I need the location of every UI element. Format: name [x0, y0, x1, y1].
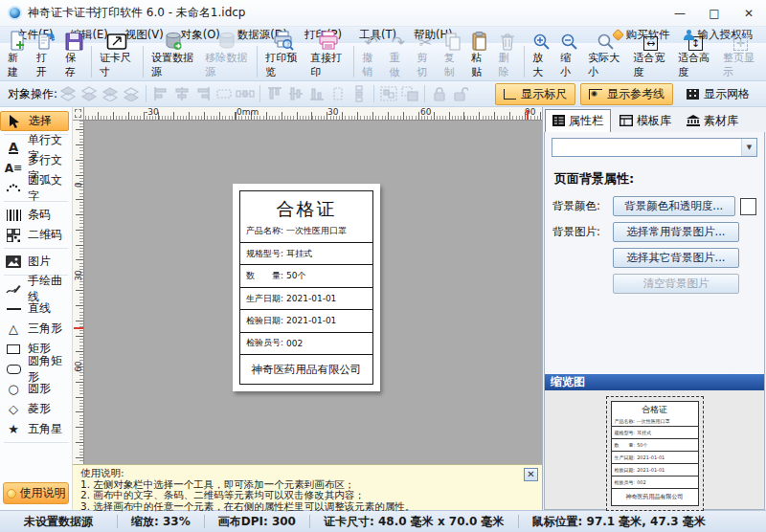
- card-size-button[interactable]: 证卡尺寸: [95, 44, 140, 80]
- direct-print-button[interactable]: 直接打印: [305, 44, 350, 80]
- mouse-y-indicator: [74, 327, 83, 329]
- fit-height-button[interactable]: ↕ 适合高度: [673, 44, 718, 80]
- tool-freehand-curve[interactable]: 手绘曲线: [0, 278, 72, 299]
- align-top-icon: [265, 85, 284, 102]
- trash-icon: [500, 33, 515, 51]
- circle-icon: ○: [4, 382, 23, 396]
- paste-button[interactable]: 粘贴: [466, 44, 493, 80]
- object-selector-dropdown[interactable]: ▼: [552, 138, 757, 157]
- zoom-in-button[interactable]: 放大: [528, 44, 555, 80]
- card-title[interactable]: 合格证: [246, 197, 367, 222]
- printer-icon: [318, 31, 339, 51]
- ruler-label: 0: [74, 179, 83, 190]
- new-button[interactable]: 新建: [3, 44, 32, 80]
- bg-color-button[interactable]: 背景颜色和透明度...: [613, 196, 735, 216]
- print-preview-icon: [273, 31, 294, 51]
- guide-line-icon: [589, 89, 602, 100]
- panel-tabs: 属性栏 模板库 素材库: [543, 107, 766, 132]
- save-button[interactable]: 保存: [60, 44, 88, 80]
- buy-software-link[interactable]: 购买软件: [614, 28, 670, 42]
- ruler-label: 60: [420, 107, 431, 117]
- set-datasource-button[interactable]: 设置数据源: [146, 44, 200, 80]
- qrcode-icon: [4, 229, 23, 242]
- unlock-icon: [451, 85, 470, 102]
- align-right-icon: [193, 85, 213, 102]
- help-button[interactable]: 使用说明: [3, 482, 69, 504]
- card-field-spec[interactable]: 规格型号: 耳挂式: [240, 243, 372, 265]
- thumb-card-company: 神奇医药用品有限公司: [612, 489, 698, 505]
- tool-star[interactable]: ★ 五角星: [0, 419, 72, 439]
- bg-image-other-button[interactable]: 选择其它背景图片...: [613, 248, 739, 268]
- status-dpi: 画布DPI: 300: [205, 514, 309, 530]
- tool-arc-text[interactable]: 圆弧文字: [0, 178, 72, 198]
- tool-select[interactable]: 选择: [0, 111, 69, 131]
- remove-datasource-button: 移除数据源: [200, 44, 254, 80]
- certificate-card[interactable]: 合格证 产品名称: 一次性医用口罩 规格型号: 耳挂式 数 量:: [233, 184, 380, 391]
- show-grid-toggle[interactable]: 显示网格: [678, 83, 758, 105]
- maximize-button[interactable]: □: [697, 0, 732, 27]
- usage-tips-box: 使用说明: 1. 左侧对象栏中选择一个工具，即可添加一个元素到画布区； 2. 画…: [73, 464, 542, 510]
- tool-rounded-rectangle[interactable]: 圆角矩形: [0, 359, 72, 379]
- minimize-button[interactable]: —: [663, 0, 697, 27]
- card-company[interactable]: 神奇医药用品有限公司: [240, 355, 372, 384]
- tool-image[interactable]: 图片: [0, 252, 72, 272]
- scissors-icon: ✂: [418, 34, 432, 51]
- ruler-corner: [73, 107, 84, 121]
- rounded-rectangle-icon: [4, 365, 23, 374]
- divider: [4, 248, 68, 249]
- tips-line: 2. 画布中的文字、条码、二维码等元素均可以双击修改其内容；: [80, 490, 534, 501]
- triangle-icon: △: [4, 321, 23, 336]
- main-toolbar: 新建 打开 保存 证卡尺寸 设置数据源 移除数据源 打印预览 直接打印 ↶ 撤销…: [0, 43, 766, 81]
- tool-circle[interactable]: ○ 圆形: [0, 379, 72, 399]
- tab-properties[interactable]: 属性栏: [545, 109, 611, 133]
- divider: [373, 85, 374, 102]
- show-guides-toggle[interactable]: 显示参考线: [580, 83, 673, 105]
- divider: [259, 85, 260, 102]
- card-field-quantity[interactable]: 数 量: 50个: [240, 265, 372, 287]
- ruler-label: -30: [145, 107, 159, 117]
- thumbnail-area: 合格证 产品名称: 一次性医用口罩 规格型号:耳挂式 数 量:50个 生产日期:…: [545, 390, 764, 509]
- tips-close-button[interactable]: ✕: [524, 468, 538, 481]
- toolbar-divider: [143, 46, 144, 78]
- card-field-inspector-no[interactable]: 检验员号: 002: [240, 333, 372, 355]
- card-field-inspection-date[interactable]: 检验日期: 2021-01-01: [240, 310, 372, 332]
- zoom-out-button[interactable]: 缩小: [555, 44, 583, 80]
- tab-templates[interactable]: 模板库: [613, 110, 678, 132]
- send-to-back-icon: [79, 85, 99, 102]
- open-button[interactable]: 打开: [32, 44, 60, 80]
- bg-color-swatch[interactable]: [740, 198, 756, 215]
- design-canvas[interactable]: 合格证 产品名称: 一次性医用口罩 规格型号: 耳挂式 数 量:: [84, 121, 542, 464]
- cut-button: ✂ 剪切: [412, 44, 439, 80]
- thumbnail-selection[interactable]: 合格证 产品名称: 一次性医用口罩 规格型号:耳挂式 数 量:50个 生产日期:…: [606, 396, 704, 511]
- tips-line: 3. 选择画布中的任意一个元素，在右侧的属性栏里可以调整该元素的属性。: [80, 501, 534, 513]
- card-header-cell[interactable]: 合格证 产品名称: 一次性医用口罩: [240, 191, 372, 243]
- distribute-v-icon: [349, 85, 369, 102]
- tab-materials[interactable]: 素材库: [680, 110, 745, 132]
- tool-diamond[interactable]: ◇ 菱形: [0, 399, 72, 419]
- chevron-down-icon[interactable]: ▼: [741, 139, 756, 156]
- database-disabled-icon: [217, 32, 237, 51]
- bg-image-common-button[interactable]: 选择常用背景图片...: [613, 222, 739, 242]
- ruler-icon: [504, 89, 516, 100]
- close-button[interactable]: ✕: [732, 0, 766, 27]
- card-field-production-date[interactable]: 生产日期: 2021-01-01: [240, 288, 372, 310]
- tool-line[interactable]: 直线: [0, 299, 72, 319]
- show-ruler-toggle[interactable]: 显示标尺: [495, 83, 575, 105]
- tool-triangle[interactable]: △ 三角形: [0, 319, 72, 339]
- clipboard-icon: [471, 32, 488, 51]
- properties-icon: [552, 115, 565, 126]
- mouse-x-indicator: [527, 110, 529, 120]
- app-icon: [8, 6, 22, 20]
- actual-size-button[interactable]: 实际大小: [583, 44, 628, 80]
- canvas-column: -30 0mm 30 60 90 0 30 60 合格证: [73, 107, 542, 510]
- print-preview-button[interactable]: 打印预览: [260, 44, 305, 80]
- tool-barcode[interactable]: 条码: [0, 205, 72, 225]
- fit-width-icon: ↔: [643, 36, 658, 51]
- tool-qrcode[interactable]: 二维码: [0, 225, 72, 245]
- delete-button: 删除: [494, 44, 521, 80]
- certificate-table: 合格证 产品名称: 一次性医用口罩 规格型号: 耳挂式 数 量:: [239, 190, 373, 385]
- group-icon: [379, 85, 398, 102]
- divider: [146, 85, 146, 102]
- fit-width-button[interactable]: ↔ 适合宽度: [628, 44, 673, 80]
- align-middle-icon: [286, 85, 305, 102]
